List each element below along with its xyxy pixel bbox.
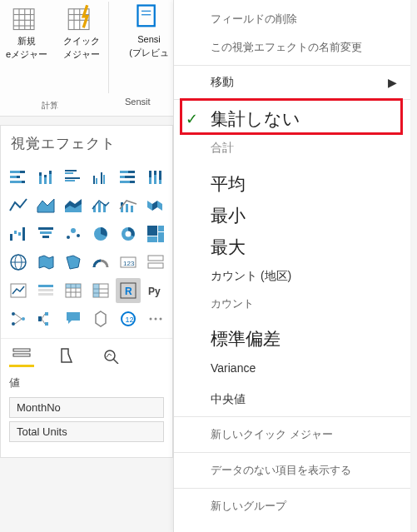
menu-variance[interactable]: Variance	[174, 355, 410, 381]
shape-map-icon[interactable]	[61, 250, 86, 275]
quick-measure-button[interactable]: クイック メジャー	[57, 3, 107, 60]
menu-show-items-no-data[interactable]: データのない項目を表示する	[174, 456, 410, 485]
matrix-icon[interactable]	[88, 278, 113, 303]
table-icon[interactable]	[61, 278, 86, 303]
svg-rect-38	[125, 176, 135, 178]
quick-measure-icon	[67, 3, 97, 33]
svg-text:R: R	[125, 286, 132, 297]
line-stacked-column-icon[interactable]	[116, 193, 141, 218]
svg-line-104	[42, 314, 45, 319]
svg-rect-92	[93, 284, 99, 297]
decomposition-icon[interactable]	[33, 306, 58, 331]
get-more-icon[interactable]	[143, 306, 168, 331]
ribbon-chart-icon[interactable]	[143, 193, 168, 218]
menu-median[interactable]: 中央値	[174, 386, 410, 413]
powerapps-icon[interactable]: 12	[116, 306, 141, 331]
svg-rect-21	[39, 176, 42, 184]
stacked-bar-icon[interactable]	[6, 165, 31, 190]
checkmark-icon: ✓	[186, 110, 198, 128]
svg-rect-80	[38, 289, 53, 291]
filled-map-icon[interactable]	[33, 250, 58, 275]
menu-count[interactable]: カウント	[174, 290, 410, 318]
menu-average[interactable]: 平均	[174, 168, 410, 200]
svg-rect-36	[128, 171, 135, 173]
hundred-bar-icon[interactable]	[116, 165, 141, 190]
menu-stddev[interactable]: 標準偏差	[174, 323, 410, 355]
svg-rect-29	[65, 177, 80, 179]
treemap-icon[interactable]	[143, 221, 168, 246]
menu-move-label: 移動	[211, 75, 234, 90]
funnel-icon[interactable]	[33, 221, 58, 246]
svg-rect-112	[13, 354, 30, 356]
svg-rect-69	[158, 232, 164, 242]
slicer-icon[interactable]	[33, 278, 58, 303]
ribbon-fragment: 新規 eメジャー クイック メジャー 計算 Sensi (プレビュ Sensit	[0, 0, 173, 117]
svg-rect-46	[159, 171, 161, 180]
clustered-column-icon[interactable]	[88, 165, 113, 190]
svg-rect-56	[18, 232, 21, 236]
svg-rect-76	[148, 256, 163, 261]
svg-rect-60	[42, 236, 49, 238]
quick-measure-label2: メジャー	[63, 48, 100, 60]
quick-measure-label1: クイック	[63, 35, 100, 47]
menu-dont-summarize[interactable]: ✓ 集計しない	[174, 103, 410, 135]
tool-tabs	[1, 338, 172, 367]
area-chart-icon[interactable]	[33, 193, 58, 218]
line-chart-icon[interactable]	[6, 193, 31, 218]
py-visual-icon[interactable]: Py	[143, 278, 168, 303]
menu-count-distinct[interactable]: カウント (地区)	[174, 263, 410, 290]
svg-line-100	[15, 319, 22, 324]
new-measure-button[interactable]: 新規 eメジャー	[2, 3, 52, 60]
svg-rect-30	[65, 180, 75, 181]
card-icon[interactable]: 123	[116, 250, 141, 275]
svg-rect-42	[149, 171, 151, 177]
svg-rect-31	[93, 176, 95, 184]
menu-max[interactable]: 最大	[174, 231, 410, 263]
field-well-totalunits[interactable]: Total Units	[9, 421, 164, 442]
svg-rect-40	[130, 181, 135, 183]
analytics-tab[interactable]	[99, 344, 124, 367]
kpi-icon[interactable]	[6, 278, 31, 303]
line-column-icon[interactable]	[88, 193, 113, 218]
gauge-icon[interactable]	[88, 250, 113, 275]
visualizations-header: 視覚エフェクト	[1, 126, 172, 165]
multi-card-icon[interactable]	[143, 250, 168, 275]
r-visual-icon[interactable]: R	[116, 278, 141, 303]
menu-dont-summarize-label: 集計しない	[211, 107, 300, 131]
svg-rect-28	[65, 172, 73, 174]
key-influencers-icon[interactable]	[6, 306, 31, 331]
new-measure-icon	[12, 3, 42, 33]
qa-visual-icon[interactable]	[61, 306, 86, 331]
hundred-column-icon[interactable]	[143, 165, 168, 190]
waterfall-icon[interactable]	[6, 221, 31, 246]
stacked-area-icon[interactable]	[61, 193, 86, 218]
menu-move[interactable]: 移動 ▶	[174, 69, 410, 96]
menu-sum[interactable]: 合計	[174, 135, 410, 162]
svg-rect-17	[10, 176, 17, 178]
svg-point-63	[77, 234, 80, 237]
menu-new-group[interactable]: 新しいグループ	[174, 492, 410, 520]
format-tab[interactable]	[54, 344, 79, 367]
scatter-icon[interactable]	[61, 221, 86, 246]
pie-icon[interactable]	[88, 221, 113, 246]
svg-rect-101	[38, 316, 42, 321]
menu-rename-visual[interactable]: この視覚エフェクトの名前変更	[174, 33, 410, 62]
menu-remove-field[interactable]: フィールドの削除	[174, 5, 410, 33]
svg-rect-20	[22, 181, 25, 183]
svg-point-98	[22, 317, 25, 321]
fields-tab[interactable]	[9, 344, 34, 367]
donut-icon[interactable]	[116, 221, 141, 246]
svg-rect-57	[22, 227, 25, 241]
svg-rect-81	[38, 293, 53, 296]
map-icon[interactable]	[6, 250, 31, 275]
clustered-bar-icon[interactable]	[61, 165, 86, 190]
svg-rect-67	[147, 226, 157, 236]
menu-min[interactable]: 最小	[174, 200, 410, 231]
arcgis-icon[interactable]	[88, 306, 113, 331]
field-well-monthno[interactable]: MonthNo	[9, 397, 164, 418]
svg-rect-34	[103, 175, 105, 184]
menu-new-quick-measure[interactable]: 新しいクイック メジャー	[174, 420, 410, 449]
stacked-column-icon[interactable]	[33, 165, 58, 190]
sensitivity-button[interactable]: Sensi (プレビュ	[125, 2, 173, 58]
svg-rect-44	[154, 171, 156, 175]
